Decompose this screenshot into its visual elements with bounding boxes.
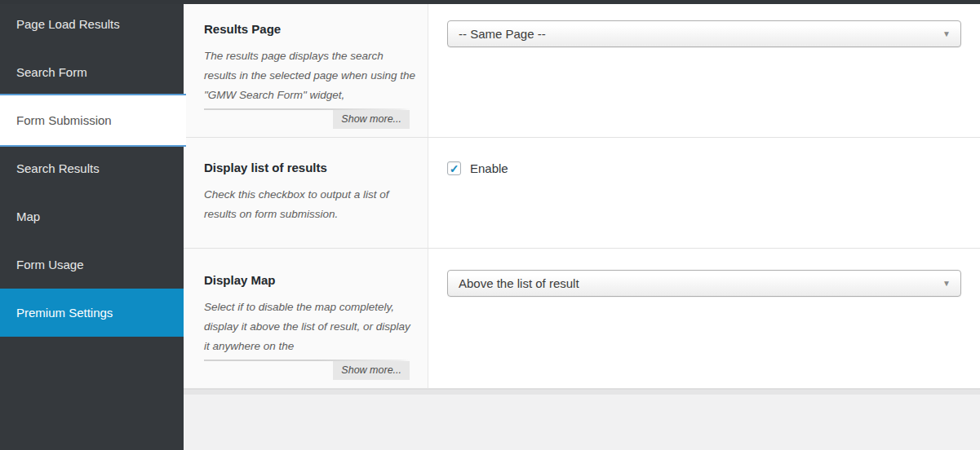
show-more-button[interactable]: Show more... <box>333 110 410 129</box>
setting-label-column: Display Map Select if to disable the map… <box>184 249 428 388</box>
setting-label-column: Results Page The results page displays t… <box>184 4 428 137</box>
enable-checkbox-label: Enable <box>470 161 508 175</box>
select-selected-value: -- Same Page -- <box>459 27 546 41</box>
setting-row-display-map: Display Map Select if to disable the map… <box>184 249 980 389</box>
sidebar-item-premium-settings[interactable]: Premium Settings <box>0 289 184 337</box>
sidebar-item-label: Premium Settings <box>16 306 113 320</box>
setting-title: Results Page <box>204 22 415 36</box>
setting-control-column: ✓ Enable <box>428 138 980 248</box>
setting-title: Display list of results <box>204 161 415 174</box>
settings-panel: Results Page The results page displays t… <box>184 4 980 395</box>
select-selected-value: Above the list of result <box>459 276 579 290</box>
top-border-bar <box>0 0 980 4</box>
results-page-select[interactable]: -- Same Page -- ▼ <box>447 20 961 47</box>
sidebar-item-form-usage[interactable]: Form Usage <box>0 240 184 289</box>
show-more-button[interactable]: Show more... <box>333 361 410 380</box>
setting-title: Display Map <box>204 273 415 287</box>
sidebar-item-search-results[interactable]: Search Results <box>0 144 184 192</box>
sidebar-item-page-load-results[interactable]: Page Load Results <box>0 0 184 48</box>
settings-tabs-sidebar: Page Load Results Search Form Form Submi… <box>0 0 184 450</box>
content-bottom-strip <box>184 389 980 395</box>
sidebar-item-label: Map <box>16 210 40 223</box>
setting-row-results-page: Results Page The results page displays t… <box>184 4 980 138</box>
chevron-down-icon: ▼ <box>942 29 951 38</box>
sidebar-item-label: Page Load Results <box>16 17 120 31</box>
display-map-select[interactable]: Above the list of result ▼ <box>447 270 961 297</box>
chevron-down-icon: ▼ <box>942 279 951 288</box>
sidebar-item-label: Form Submission <box>16 113 112 127</box>
setting-control-column: -- Same Page -- ▼ <box>428 4 980 137</box>
sidebar-item-search-form[interactable]: Search Form <box>0 48 184 96</box>
sidebar-item-form-submission[interactable]: Form Submission <box>0 94 186 147</box>
enable-checkbox[interactable]: ✓ <box>447 161 461 175</box>
sidebar-item-label: Search Results <box>16 161 100 175</box>
setting-description: Select if to disable the map completely,… <box>204 298 415 356</box>
sidebar-item-label: Search Form <box>16 65 87 79</box>
setting-control-column: Above the list of result ▼ <box>428 249 980 388</box>
setting-label-column: Display list of results Check this check… <box>184 138 428 248</box>
checkmark-icon: ✓ <box>450 163 459 174</box>
setting-description: Check this checkbox to output a list of … <box>204 185 415 224</box>
sidebar-item-label: Form Usage <box>16 258 84 271</box>
sidebar-item-map[interactable]: Map <box>0 192 184 240</box>
setting-description: The results page displays the search res… <box>204 46 415 105</box>
setting-row-display-list-of-results: Display list of results Check this check… <box>184 138 980 249</box>
